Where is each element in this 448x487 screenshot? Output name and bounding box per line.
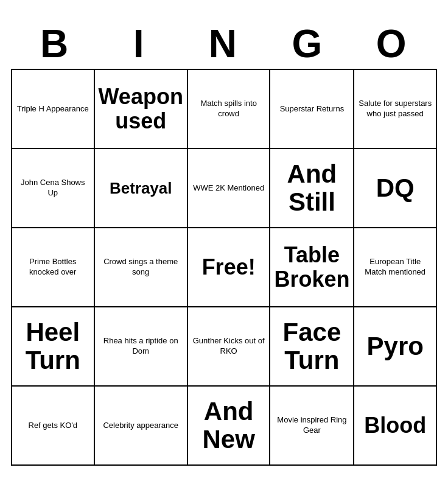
- header-letter-G: G: [268, 21, 348, 66]
- cell-text-4-2: And New: [192, 398, 266, 454]
- bingo-cell-2-4[interactable]: European Title Match mentioned: [354, 228, 437, 307]
- cell-text-1-1: Betrayal: [110, 180, 172, 197]
- bingo-cell-4-0[interactable]: Ref gets KO'd: [12, 387, 95, 466]
- cell-text-3-2: Gunther Kicks out of RKO: [192, 336, 266, 357]
- cell-text-2-3: Table Broken: [274, 243, 349, 291]
- cell-text-2-2: Free!: [202, 255, 256, 279]
- bingo-cell-3-1[interactable]: Rhea hits a riptide on Dom: [95, 307, 188, 387]
- cell-text-4-4: Blood: [364, 413, 426, 438]
- cell-text-0-3: Superstar Returns: [280, 104, 345, 114]
- cell-text-4-0: Ref gets KO'd: [29, 421, 78, 431]
- bingo-cell-2-1[interactable]: Crowd sings a theme song: [95, 228, 188, 307]
- bingo-cell-1-1[interactable]: Betrayal: [95, 149, 188, 228]
- cell-text-3-3: Face Turn: [274, 318, 349, 374]
- cell-text-0-0: Triple H Appearance: [17, 104, 89, 114]
- header-letter-I: I: [100, 21, 180, 66]
- cell-text-3-0: Heel Turn: [16, 318, 90, 374]
- bingo-cell-4-4[interactable]: Blood: [354, 387, 437, 466]
- bingo-cell-2-0[interactable]: Prime Bottles knocked over: [12, 228, 95, 307]
- cell-text-1-2: WWE 2K Mentioned: [193, 183, 264, 194]
- cell-text-2-0: Prime Bottles knocked over: [16, 257, 90, 278]
- bingo-cell-2-2[interactable]: Free!: [188, 228, 271, 307]
- bingo-header: BINGO: [11, 21, 437, 66]
- cell-text-2-1: Crowd sings a theme song: [99, 257, 183, 278]
- cell-text-4-1: Celebrity appearance: [103, 421, 178, 431]
- bingo-cell-3-2[interactable]: Gunther Kicks out of RKO: [188, 307, 271, 387]
- header-letter-B: B: [16, 21, 95, 66]
- bingo-cell-0-2[interactable]: Match spills into crowd: [188, 70, 271, 149]
- cell-text-3-1: Rhea hits a riptide on Dom: [99, 336, 183, 357]
- cell-text-1-4: DQ: [376, 174, 415, 202]
- header-letter-O: O: [353, 21, 432, 66]
- bingo-cell-4-1[interactable]: Celebrity appearance: [95, 387, 188, 466]
- cell-text-4-3: Movie inspired Ring Gear: [274, 415, 349, 436]
- bingo-cell-1-3[interactable]: And Still: [270, 149, 354, 228]
- bingo-cell-3-0[interactable]: Heel Turn: [12, 307, 95, 387]
- cell-text-3-4: Pyro: [367, 332, 424, 360]
- bingo-cell-0-4[interactable]: Salute for superstars who just passed: [354, 70, 437, 149]
- bingo-cell-3-4[interactable]: Pyro: [354, 307, 437, 387]
- bingo-cell-4-2[interactable]: And New: [188, 387, 271, 466]
- cell-text-1-0: John Cena Shows Up: [16, 178, 90, 198]
- cell-text-0-4: Salute for superstars who just passed: [358, 99, 432, 119]
- bingo-cell-2-3[interactable]: Table Broken: [270, 228, 354, 307]
- bingo-cell-0-0[interactable]: Triple H Appearance: [12, 70, 95, 149]
- bingo-card: BINGO Triple H AppearanceWeapon usedMatc…: [5, 15, 443, 472]
- header-letter-N: N: [184, 21, 264, 66]
- bingo-cell-1-2[interactable]: WWE 2K Mentioned: [188, 149, 271, 228]
- bingo-cell-1-0[interactable]: John Cena Shows Up: [12, 149, 95, 228]
- cell-text-0-2: Match spills into crowd: [192, 99, 266, 119]
- cell-text-2-4: European Title Match mentioned: [358, 257, 432, 278]
- bingo-cell-0-3[interactable]: Superstar Returns: [270, 70, 354, 149]
- bingo-cell-0-1[interactable]: Weapon used: [95, 70, 188, 149]
- bingo-cell-1-4[interactable]: DQ: [354, 149, 437, 228]
- bingo-cell-4-3[interactable]: Movie inspired Ring Gear: [270, 387, 354, 466]
- bingo-grid: Triple H AppearanceWeapon usedMatch spil…: [11, 69, 437, 466]
- bingo-cell-3-3[interactable]: Face Turn: [270, 307, 354, 387]
- cell-text-0-1: Weapon used: [99, 85, 183, 133]
- cell-text-1-3: And Still: [274, 160, 349, 216]
